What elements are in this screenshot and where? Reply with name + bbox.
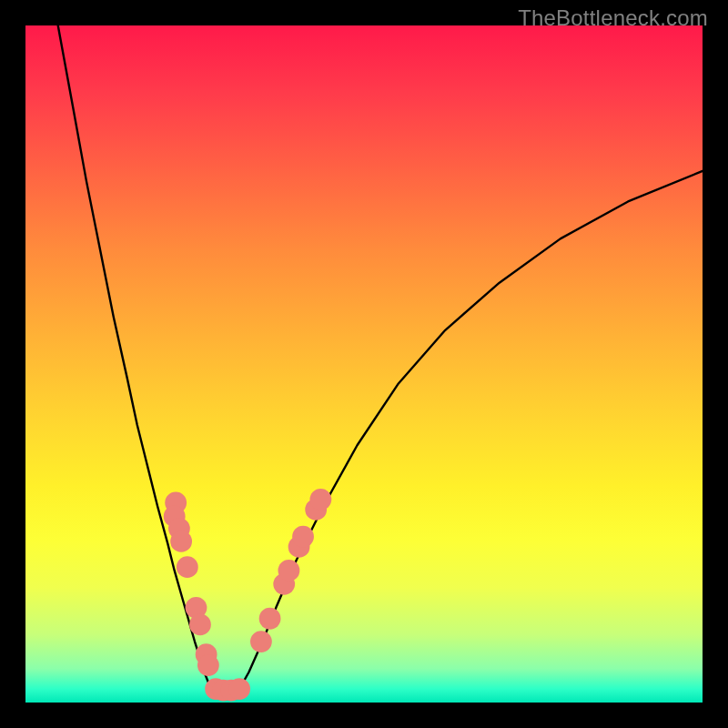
chart-svg — [25, 25, 703, 703]
watermark-text: TheBottleneck.com — [518, 5, 708, 31]
marker-dot — [189, 614, 211, 636]
marker-dot — [197, 654, 219, 676]
outer-frame: TheBottleneck.com — [0, 0, 728, 728]
marker-dot — [259, 608, 281, 630]
marker-dot — [309, 489, 331, 511]
marker-dot — [177, 556, 198, 578]
marker-dot — [292, 526, 314, 548]
curve-left-curve — [58, 25, 213, 689]
marker-dot — [250, 631, 272, 652]
marker-dot — [170, 531, 192, 552]
curve-right-curve — [239, 171, 703, 689]
marker-dot — [278, 560, 300, 581]
marker-dot — [228, 678, 250, 700]
plot-area — [25, 25, 703, 703]
